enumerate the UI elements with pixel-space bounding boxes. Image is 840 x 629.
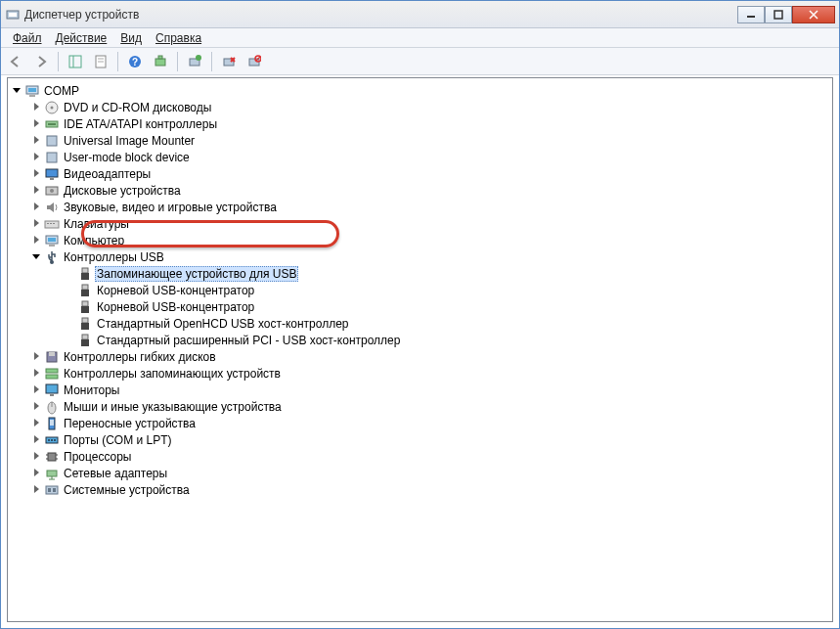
svg-rect-37 [47, 223, 49, 224]
svg-rect-29 [48, 123, 56, 125]
cpu-icon [44, 449, 60, 465]
expand-spacer [65, 335, 75, 345]
tree-category[interactable]: Мониторы [8, 382, 832, 398]
svg-rect-55 [49, 352, 55, 356]
tree-category[interactable]: Видеоадаптеры [8, 165, 832, 182]
system-icon [44, 482, 60, 498]
titlebar[interactable]: Диспетчер устройств [1, 1, 839, 28]
expand-icon[interactable] [31, 401, 42, 412]
expand-icon[interactable] [31, 484, 42, 495]
tree-device[interactable]: Стандартный расширенный PCI - USB хост-к… [8, 332, 832, 348]
tree-category[interactable]: Контроллеры гибких дисков [8, 348, 832, 365]
update-driver-button[interactable] [184, 51, 205, 72]
expand-icon[interactable] [31, 152, 42, 162]
device-label: Корневой USB-концентратор [95, 300, 256, 314]
uninstall-button[interactable] [218, 51, 240, 72]
tree-category[interactable]: IDE ATA/ATAPI контроллеры [8, 115, 832, 132]
minimize-button[interactable] [737, 6, 765, 23]
scan-hardware-button[interactable] [150, 51, 171, 72]
generic-icon [44, 133, 60, 149]
device-label: Стандартный расширенный PCI - USB хост-к… [95, 334, 402, 347]
tree-root[interactable]: COMP [8, 82, 832, 99]
svg-rect-49 [81, 306, 89, 313]
category-label: Клавиатуры [62, 217, 131, 231]
tree-category[interactable]: User-mode block device [8, 149, 832, 165]
tree-category[interactable]: Порты (COM и LPT) [8, 431, 832, 448]
category-label: Контроллеры запоминающих устройств [62, 367, 283, 381]
properties-button[interactable] [90, 51, 111, 72]
svg-rect-39 [53, 223, 55, 224]
expand-icon[interactable] [31, 368, 42, 379]
window-title: Диспетчер устройств [24, 8, 737, 22]
svg-text:?: ? [132, 57, 138, 67]
svg-rect-45 [81, 273, 89, 280]
usb-icon [44, 249, 60, 265]
show-hide-tree-button[interactable] [65, 51, 86, 72]
tree-category[interactable]: Процессоры [8, 448, 832, 465]
expand-icon[interactable] [31, 168, 42, 179]
expand-icon[interactable] [31, 102, 42, 112]
svg-point-16 [196, 55, 201, 61]
floppy-icon [44, 349, 60, 365]
svg-rect-25 [29, 95, 35, 97]
expand-icon[interactable] [31, 218, 42, 229]
app-icon [5, 7, 21, 22]
tree-category[interactable]: Клавиатуры [8, 215, 832, 232]
svg-point-43 [50, 260, 54, 264]
expand-icon[interactable] [31, 185, 42, 196]
device-tree[interactable]: COMPDVD и CD-ROM дисководыIDE ATA/ATAPI … [7, 77, 833, 622]
svg-rect-53 [81, 339, 89, 346]
tree-device[interactable]: Стандартный OpenHCD USB хост-контроллер [8, 315, 832, 332]
expand-icon[interactable] [31, 468, 42, 478]
svg-point-35 [50, 189, 54, 193]
expand-icon[interactable] [31, 434, 42, 445]
tree-category[interactable]: DVD и CD-ROM дисководы [8, 99, 832, 115]
close-button[interactable] [792, 6, 835, 23]
expand-icon[interactable] [31, 451, 42, 462]
forward-button[interactable] [30, 51, 52, 72]
tree-device[interactable]: Корневой USB-концентратор [8, 298, 832, 315]
tree-category[interactable]: Контроллеры USB [8, 248, 832, 265]
expand-spacer [65, 268, 75, 279]
tree-category[interactable]: Системные устройства [8, 481, 832, 498]
storage-icon [44, 366, 60, 382]
monitor-icon [44, 382, 60, 398]
svg-rect-46 [82, 285, 88, 290]
expand-icon[interactable] [31, 351, 42, 362]
expand-icon[interactable] [31, 384, 42, 395]
tree-category[interactable]: Сетевые адаптеры [8, 465, 832, 481]
disable-button[interactable] [243, 51, 265, 72]
help-button[interactable]: ? [124, 51, 146, 72]
back-button[interactable] [5, 51, 26, 72]
expand-icon[interactable] [31, 235, 42, 246]
usb-dev-icon [77, 333, 93, 348]
tree-category[interactable]: Universal Image Mounter [8, 132, 832, 149]
maximize-button[interactable] [765, 6, 792, 23]
tree-category[interactable]: Звуковые, видео и игровые устройства [8, 199, 832, 215]
menu-action[interactable]: Действие [50, 29, 113, 47]
expand-icon[interactable] [31, 118, 42, 129]
tree-device[interactable]: Корневой USB-концентратор [8, 282, 832, 298]
menu-file[interactable]: Файл [7, 29, 48, 47]
svg-rect-47 [81, 290, 89, 296]
tree-category[interactable]: Переносные устройства [8, 415, 832, 431]
menu-help[interactable]: Справка [150, 29, 207, 47]
svg-point-65 [48, 439, 50, 441]
expand-icon[interactable] [31, 202, 42, 212]
expand-icon[interactable] [31, 418, 42, 428]
usb-dev-icon [77, 299, 93, 315]
expand-icon[interactable] [31, 135, 42, 146]
menu-view[interactable]: Вид [114, 29, 148, 47]
expand-icon[interactable] [31, 251, 42, 262]
tree-category[interactable]: Мыши и иные указывающие устройства [8, 398, 832, 415]
tree-category[interactable]: Контроллеры запоминающих устройств [8, 365, 832, 382]
expand-icon[interactable] [12, 85, 22, 96]
toolbar-separator [58, 52, 59, 71]
tree-category[interactable]: Компьютер [8, 232, 832, 248]
tree-category[interactable]: Дисковые устройства [8, 182, 832, 199]
svg-rect-78 [53, 488, 56, 492]
svg-rect-14 [158, 56, 162, 59]
tree-device[interactable]: Запоминающее устройство для USB [8, 265, 832, 282]
category-label: Видеоадаптеры [62, 167, 153, 181]
category-label: Переносные устройства [62, 417, 198, 430]
